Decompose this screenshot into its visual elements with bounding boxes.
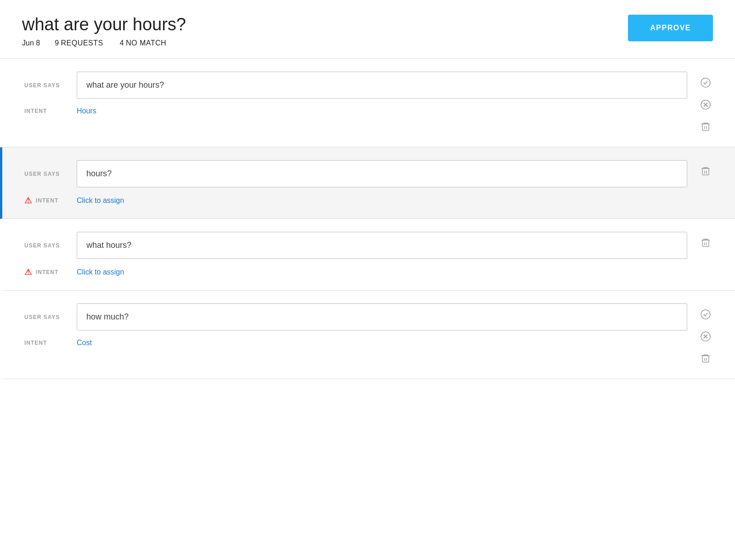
intent-value[interactable]: Cost — [77, 339, 92, 347]
entry-actions — [698, 303, 713, 366]
delete-icon[interactable] — [698, 164, 713, 179]
svg-rect-10 — [702, 240, 709, 246]
user-says-label: USER SAYS — [24, 314, 66, 320]
requests-count: 9 — [55, 39, 59, 47]
warning-icon: ⚠ — [24, 196, 32, 206]
meta-nomatch: 4NO MATCH — [120, 39, 169, 47]
svg-rect-17 — [702, 356, 709, 362]
intent-value[interactable]: Hours — [77, 107, 96, 115]
user-input-box[interactable]: what are your hours? — [77, 72, 687, 99]
user-input-box[interactable]: hours? — [77, 160, 687, 187]
intent-label: ⚠ INTENT — [24, 196, 66, 206]
delete-icon[interactable] — [698, 235, 713, 250]
user-says-row: USER SAYS what are your hours? — [24, 72, 687, 99]
entry-row: USER SAYS what hours? ⚠ INTENT Click to … — [0, 219, 735, 291]
delete-icon[interactable] — [698, 351, 713, 366]
user-says-row: USER SAYS how much? — [24, 303, 687, 330]
user-input-box[interactable]: how much? — [77, 303, 687, 330]
user-says-label: USER SAYS — [24, 171, 66, 177]
intent-row: ⚠ INTENT Click to assign — [24, 196, 687, 206]
entry-row: USER SAYS hours? ⚠ INTENT Click to assig… — [0, 147, 735, 219]
approve-icon[interactable] — [698, 75, 713, 90]
requests-label: REQUESTS — [61, 39, 103, 47]
header-left: what are your hours? Jun 8 9REQUESTS 4NO… — [22, 15, 186, 47]
svg-point-0 — [701, 78, 710, 87]
svg-point-13 — [701, 310, 710, 319]
entry-main: USER SAYS hours? ⚠ INTENT Click to assig… — [24, 160, 687, 206]
intent-row: INTENT Cost — [24, 339, 687, 347]
entry-actions — [698, 232, 713, 250]
dismiss-icon[interactable] — [698, 97, 713, 112]
intent-row: ⚠ INTENT Click to assign — [24, 267, 687, 277]
entry-actions — [698, 160, 713, 179]
entry-row: USER SAYS what are your hours? INTENT Ho… — [0, 59, 735, 147]
user-says-row: USER SAYS what hours? — [24, 232, 687, 259]
entries-list: USER SAYS what are your hours? INTENT Ho… — [0, 59, 735, 379]
click-to-assign[interactable]: Click to assign — [77, 196, 124, 205]
meta-date: Jun 8 — [22, 39, 40, 47]
user-says-label: USER SAYS — [24, 82, 66, 89]
approve-icon[interactable] — [698, 307, 713, 322]
svg-rect-4 — [702, 124, 709, 130]
entry-actions — [698, 72, 713, 134]
intent-label: INTENT — [24, 108, 66, 114]
header-meta: Jun 8 9REQUESTS 4NO MATCH — [22, 39, 186, 47]
warning-icon: ⚠ — [24, 267, 32, 277]
approve-button[interactable]: APPROVE — [628, 15, 713, 41]
nomatch-count: 4 — [120, 39, 124, 47]
entry-main: USER SAYS what hours? ⚠ INTENT Click to … — [24, 232, 687, 277]
page-title: what are your hours? — [22, 15, 186, 34]
user-says-label: USER SAYS — [24, 242, 66, 249]
svg-rect-7 — [702, 168, 709, 175]
delete-icon[interactable] — [698, 119, 713, 134]
nomatch-label: NO MATCH — [126, 39, 166, 47]
intent-row: INTENT Hours — [24, 107, 687, 115]
user-says-row: USER SAYS hours? — [24, 160, 687, 187]
intent-label: ⚠ INTENT — [24, 267, 66, 277]
entry-row: USER SAYS how much? INTENT Cost — [0, 291, 735, 379]
intent-label: INTENT — [24, 340, 66, 346]
meta-requests: 9REQUESTS — [55, 39, 105, 47]
dismiss-icon[interactable] — [698, 329, 713, 344]
entry-main: USER SAYS what are your hours? INTENT Ho… — [24, 72, 687, 115]
click-to-assign[interactable]: Click to assign — [77, 268, 124, 276]
entry-main: USER SAYS how much? INTENT Cost — [24, 303, 687, 347]
user-input-box[interactable]: what hours? — [77, 232, 687, 259]
page-header: what are your hours? Jun 8 9REQUESTS 4NO… — [0, 0, 735, 59]
